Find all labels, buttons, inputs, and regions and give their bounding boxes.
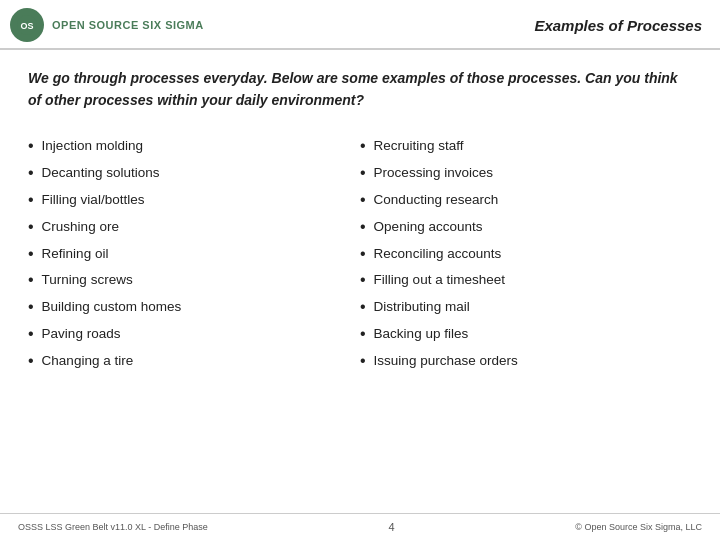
page-title: Examples of Processes: [534, 17, 702, 34]
list-item-text: Changing a tire: [42, 351, 134, 371]
list-item: •Building custom homes: [28, 294, 360, 321]
list-item: •Backing up files: [360, 321, 692, 348]
bullet-icon: •: [28, 136, 34, 157]
list-item: •Paving roads: [28, 321, 360, 348]
list-item: •Distributing mail: [360, 294, 692, 321]
list-item: •Conducting research: [360, 187, 692, 214]
list-item: •Issuing purchase orders: [360, 348, 692, 375]
list-item: •Turning screws: [28, 267, 360, 294]
bullet-icon: •: [360, 217, 366, 238]
bullet-icon: •: [28, 270, 34, 291]
bullet-icon: •: [28, 297, 34, 318]
list-item-text: Filling out a timesheet: [374, 270, 505, 290]
list-item: •Decanting solutions: [28, 160, 360, 187]
list-item-text: Distributing mail: [374, 297, 470, 317]
list-item: •Reconciling accounts: [360, 241, 692, 268]
bullet-icon: •: [360, 244, 366, 265]
bullet-icon: •: [28, 163, 34, 184]
list-item-text: Filling vial/bottles: [42, 190, 145, 210]
logo-text: OPEN SOURCE SIX SIGMA: [52, 19, 204, 31]
list-item-text: Paving roads: [42, 324, 121, 344]
right-list-column: •Recruiting staff•Processing invoices•Co…: [360, 133, 692, 374]
list-item-text: Processing invoices: [374, 163, 493, 183]
footer: OSSS LSS Green Belt v11.0 XL - Define Ph…: [0, 513, 720, 540]
list-item-text: Backing up files: [374, 324, 469, 344]
right-bullet-list: •Recruiting staff•Processing invoices•Co…: [360, 133, 692, 374]
list-item-text: Decanting solutions: [42, 163, 160, 183]
bullet-icon: •: [360, 270, 366, 291]
left-bullet-list: •Injection molding•Decanting solutions•F…: [28, 133, 360, 374]
list-item-text: Refining oil: [42, 244, 109, 264]
footer-right-text: © Open Source Six Sigma, LLC: [575, 522, 702, 532]
lists-container: •Injection molding•Decanting solutions•F…: [28, 133, 692, 374]
list-item: •Processing invoices: [360, 160, 692, 187]
list-item: •Injection molding: [28, 133, 360, 160]
bullet-icon: •: [360, 351, 366, 372]
list-item: •Crushing ore: [28, 214, 360, 241]
logo-icon: OS: [10, 8, 44, 42]
footer-left-text: OSSS LSS Green Belt v11.0 XL - Define Ph…: [18, 522, 208, 532]
bullet-icon: •: [360, 324, 366, 345]
bullet-icon: •: [28, 244, 34, 265]
bullet-icon: •: [360, 136, 366, 157]
list-item-text: Recruiting staff: [374, 136, 464, 156]
list-item: •Refining oil: [28, 241, 360, 268]
intro-paragraph: We go through processes everyday. Below …: [28, 68, 692, 111]
list-item: •Changing a tire: [28, 348, 360, 375]
list-item: •Opening accounts: [360, 214, 692, 241]
bullet-icon: •: [360, 163, 366, 184]
bullet-icon: •: [28, 351, 34, 372]
list-item-text: Turning screws: [42, 270, 133, 290]
list-item: •Filling vial/bottles: [28, 187, 360, 214]
bullet-icon: •: [360, 297, 366, 318]
svg-text:OS: OS: [20, 21, 33, 31]
main-content: We go through processes everyday. Below …: [0, 50, 720, 385]
list-item-text: Reconciling accounts: [374, 244, 502, 264]
logo-area: OS OPEN SOURCE SIX SIGMA: [10, 8, 204, 42]
list-item-text: Crushing ore: [42, 217, 119, 237]
list-item-text: Building custom homes: [42, 297, 182, 317]
list-item-text: Conducting research: [374, 190, 499, 210]
list-item-text: Injection molding: [42, 136, 143, 156]
list-item: •Recruiting staff: [360, 133, 692, 160]
footer-page-number: 4: [388, 521, 394, 533]
bullet-icon: •: [28, 324, 34, 345]
bullet-icon: •: [28, 190, 34, 211]
list-item-text: Opening accounts: [374, 217, 483, 237]
header: OS OPEN SOURCE SIX SIGMA Examples of Pro…: [0, 0, 720, 50]
list-item-text: Issuing purchase orders: [374, 351, 518, 371]
left-list-column: •Injection molding•Decanting solutions•F…: [28, 133, 360, 374]
list-item: •Filling out a timesheet: [360, 267, 692, 294]
bullet-icon: •: [28, 217, 34, 238]
bullet-icon: •: [360, 190, 366, 211]
